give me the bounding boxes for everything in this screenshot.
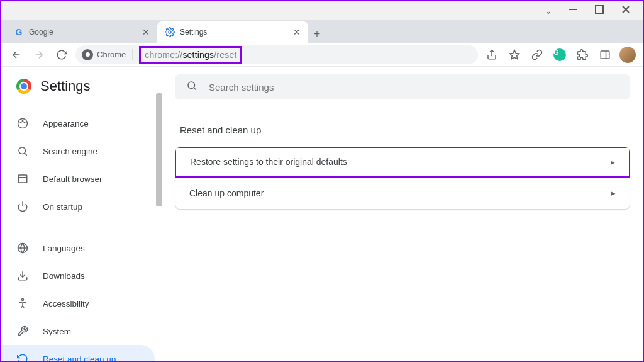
- svg-line-25: [194, 88, 196, 89]
- bookmark-star-icon[interactable]: [506, 46, 523, 64]
- row-label: Clean up computer: [189, 188, 264, 198]
- main-panel: Reset and clean up Restore settings to t…: [162, 67, 643, 362]
- restore-defaults-row[interactable]: Restore settings to their original defau…: [175, 147, 630, 178]
- new-tab-button[interactable]: +: [308, 25, 326, 43]
- gear-icon: [165, 27, 175, 37]
- url-highlight: chrome://settings/reset: [139, 46, 242, 64]
- row-label: Restore settings to their original defau…: [190, 157, 347, 167]
- sidebar-item-label: Accessibility: [43, 299, 89, 308]
- address-bar[interactable]: Chrome chrome://settings/reset: [75, 45, 478, 64]
- chevron-right-icon: ▸: [611, 157, 615, 167]
- sidebar-item-appearance[interactable]: Appearance: [1, 110, 155, 137]
- sidebar-item-label: Search engine: [43, 147, 97, 156]
- svg-rect-1: [596, 6, 603, 13]
- sidebar-item-accessibility[interactable]: Accessibility: [1, 290, 155, 317]
- page-title: Settings: [40, 78, 91, 94]
- maximize-button[interactable]: [594, 4, 605, 18]
- scrollbar-thumb[interactable]: [156, 93, 162, 206]
- close-tab-icon[interactable]: ✕: [142, 27, 150, 37]
- browser-icon: [16, 173, 29, 184]
- reset-icon: [16, 353, 29, 362]
- tab-label: Settings: [180, 28, 207, 37]
- back-button[interactable]: [8, 46, 25, 64]
- sidebar-item-search-engine[interactable]: Search engine: [1, 137, 155, 165]
- svg-rect-9: [601, 51, 609, 59]
- download-icon: [16, 270, 29, 281]
- svg-line-16: [25, 153, 26, 155]
- search-settings-box[interactable]: [175, 74, 630, 99]
- chrome-icon: [82, 49, 93, 60]
- svg-point-14: [24, 122, 25, 123]
- sidebar-item-label: Reset and clean up: [43, 354, 116, 363]
- tab-label: Google: [29, 28, 53, 37]
- wrench-icon: [16, 325, 29, 337]
- search-icon: [186, 80, 197, 94]
- link-icon[interactable]: [528, 46, 546, 64]
- reset-card: Restore settings to their original defau…: [175, 147, 630, 210]
- svg-point-12: [20, 122, 21, 123]
- grammarly-extension-icon[interactable]: G: [551, 46, 569, 64]
- sidebar-scrollbar[interactable]: [156, 67, 162, 362]
- accessibility-icon: [16, 298, 29, 309]
- close-window-button[interactable]: [620, 4, 631, 18]
- section-title: Reset and clean up: [180, 125, 630, 135]
- power-icon: [16, 201, 29, 212]
- forward-button[interactable]: [30, 46, 48, 64]
- svg-point-23: [22, 299, 24, 301]
- url-text: chrome://settings/reset: [145, 50, 236, 60]
- svg-point-13: [22, 121, 23, 122]
- reload-button[interactable]: [53, 46, 70, 64]
- search-settings-input[interactable]: [209, 82, 619, 93]
- sidebar-item-label: Appearance: [43, 119, 89, 128]
- sidebar-item-label: System: [43, 327, 71, 336]
- close-tab-icon[interactable]: ✕: [293, 27, 301, 37]
- globe-icon: [16, 242, 29, 254]
- window-titlebar: ⌄: [1, 1, 643, 20]
- svg-marker-8: [510, 50, 519, 59]
- svg-point-4: [169, 31, 171, 33]
- svg-point-24: [188, 82, 195, 89]
- svg-rect-17: [18, 175, 27, 183]
- share-icon[interactable]: [483, 46, 501, 64]
- search-icon: [16, 145, 29, 157]
- minimize-button[interactable]: [567, 4, 579, 18]
- browser-toolbar: Chrome chrome://settings/reset G: [1, 43, 643, 67]
- tab-strip: G Google ✕ Settings ✕ +: [1, 20, 643, 43]
- clean-up-computer-row[interactable]: Clean up computer ▸: [175, 176, 630, 209]
- sidebar-item-on-startup[interactable]: On startup: [1, 193, 155, 220]
- tab-google[interactable]: G Google ✕: [6, 21, 157, 43]
- tab-settings[interactable]: Settings ✕: [157, 21, 308, 43]
- sidebar-item-languages[interactable]: Languages: [1, 234, 155, 262]
- sidebar-item-label: On startup: [43, 202, 82, 212]
- profile-avatar[interactable]: [619, 46, 636, 64]
- settings-brand: Settings: [1, 78, 162, 110]
- palette-icon: [16, 118, 29, 129]
- site-chip: Chrome: [82, 49, 133, 60]
- content-area: Settings Appearance Search engine Defaul…: [1, 67, 643, 362]
- settings-sidebar: Settings Appearance Search engine Defaul…: [1, 67, 162, 362]
- chrome-logo-icon: [16, 79, 31, 94]
- sidebar-item-default-browser[interactable]: Default browser: [1, 165, 155, 193]
- sidebar-item-label: Default browser: [43, 174, 103, 184]
- svg-point-15: [19, 147, 26, 154]
- sidebar-item-system[interactable]: System: [1, 317, 155, 345]
- sidebar-item-label: Downloads: [43, 271, 85, 281]
- sidebar-item-downloads[interactable]: Downloads: [1, 262, 155, 290]
- google-favicon-icon: G: [14, 27, 24, 37]
- side-panel-icon[interactable]: [596, 46, 614, 64]
- extensions-puzzle-icon[interactable]: [574, 46, 591, 64]
- window-dropdown-icon[interactable]: ⌄: [545, 6, 552, 16]
- chevron-right-icon: ▸: [611, 188, 616, 198]
- sidebar-item-reset-cleanup[interactable]: Reset and clean up: [1, 345, 155, 362]
- sidebar-item-label: Languages: [43, 244, 85, 253]
